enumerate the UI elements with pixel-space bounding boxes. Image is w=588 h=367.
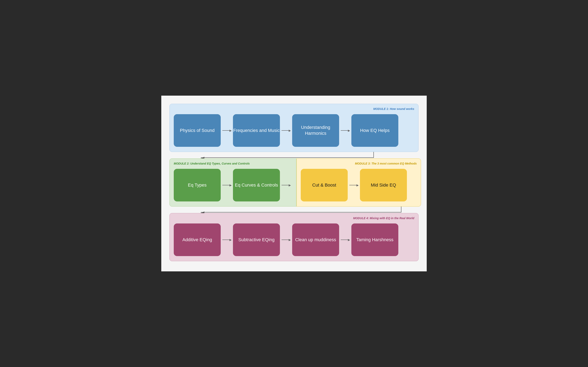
- module4-node-row: Additive EQing Subtractive EQing Clean u…: [174, 224, 414, 256]
- node-eq-curves-controls[interactable]: Eq Curves & Controls: [233, 169, 280, 201]
- m23-m4-svg-connector: [169, 207, 419, 213]
- module23-row: MODULE 2: Understand EQ Types, Curves an…: [169, 158, 419, 207]
- module4-section: MODULE 4: Mixing with EQ in the Real Wor…: [169, 213, 419, 261]
- module4-label: MODULE 4: Mixing with EQ in the Real Wor…: [174, 217, 414, 220]
- node-understanding-harmonics[interactable]: Understanding Harmonics: [292, 114, 339, 147]
- module3-section: MODULE 3: The 3 most common EQ Methods C…: [296, 158, 421, 207]
- node-subtractive-eqing[interactable]: Subtractive EQing: [233, 224, 280, 256]
- m1-m2-svg-connector: [169, 152, 419, 158]
- module2-section: MODULE 2: Understand EQ Types, Curves an…: [169, 158, 296, 207]
- node-how-eq-helps[interactable]: How EQ Helps: [351, 114, 398, 147]
- gap-m23-m4: [169, 207, 419, 213]
- node-mid-side-eq[interactable]: Mid Side EQ: [360, 169, 407, 201]
- module2-label: MODULE 2: Understand EQ Types, Curves an…: [174, 162, 292, 165]
- module3-label: MODULE 3: The 3 most common EQ Methods: [301, 162, 417, 165]
- module3-node-row: Cut & Boost Mid Side EQ: [301, 169, 417, 201]
- module1-node-row: Physics of Sound Frequencies and Music U…: [174, 114, 414, 147]
- module1-section: MODULE 1: How sound works Physics of Sou…: [169, 104, 419, 152]
- node-clean-up-muddiness[interactable]: Clean up muddiness: [292, 224, 339, 256]
- diagram-canvas: MODULE 1: How sound works Physics of Sou…: [161, 96, 427, 271]
- module2-node-row: Eq Types Eq Curves & Controls: [174, 169, 292, 201]
- node-frequencies-and-music[interactable]: Frequencies and Music: [233, 114, 280, 147]
- gap-m1-m23: [169, 152, 419, 158]
- node-additive-eqing[interactable]: Additive EQing: [174, 224, 221, 256]
- node-eq-types[interactable]: Eq Types: [174, 169, 221, 201]
- node-taming-harshness[interactable]: Taming Harshness: [351, 224, 398, 256]
- course-diagram: MODULE 1: How sound works Physics of Sou…: [169, 104, 419, 261]
- module1-label: MODULE 1: How sound works: [174, 107, 414, 110]
- node-physics-of-sound[interactable]: Physics of Sound: [174, 114, 221, 147]
- node-cut-boost[interactable]: Cut & Boost: [301, 169, 348, 201]
